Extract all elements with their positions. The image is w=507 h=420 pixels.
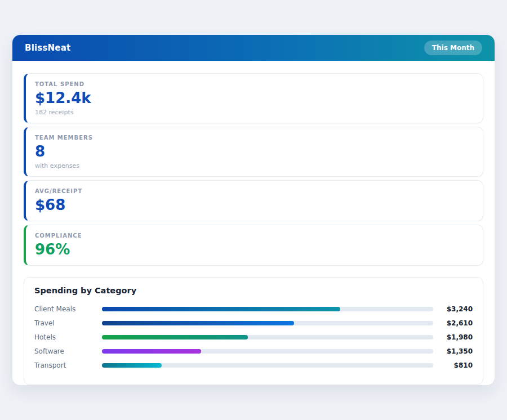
stat-sub: 182 receipts xyxy=(35,109,474,116)
category-label: Hotels xyxy=(34,333,97,341)
category-value: $810 xyxy=(438,361,473,369)
bar-fill xyxy=(102,363,162,368)
chart-row: Hotels $1,980 xyxy=(34,330,473,345)
category-value: $3,240 xyxy=(438,305,473,313)
chart-card: Spending by Category Client Meals $3,240… xyxy=(24,277,483,385)
category-value: $1,350 xyxy=(438,347,473,355)
dashboard-card: BlissNeat This Month TOTAL SPEND $12.4k … xyxy=(12,35,495,385)
category-value: $1,980 xyxy=(438,333,473,341)
stat-card: TEAM MEMBERS 8 with expenses xyxy=(24,127,483,177)
category-label: Transport xyxy=(34,361,97,369)
category-label: Software xyxy=(34,347,97,355)
stat-card: TOTAL SPEND $12.4k 182 receipts xyxy=(24,73,483,123)
chart-title: Spending by Category xyxy=(34,286,473,295)
bar-fill xyxy=(102,335,248,339)
bar-track xyxy=(102,321,433,325)
bar-track xyxy=(102,335,433,339)
stat-card: COMPLIANCE 96% xyxy=(24,225,483,266)
bar-fill xyxy=(102,307,340,311)
category-label: Client Meals xyxy=(34,305,97,313)
app-title: BlissNeat xyxy=(25,43,70,53)
stat-value: $12.4k xyxy=(35,90,474,107)
dashboard-content: TOTAL SPEND $12.4k 182 receipts TEAM MEM… xyxy=(12,61,495,396)
chart-row: Software $1,350 xyxy=(34,345,473,359)
chart-row: Transport $810 xyxy=(34,359,473,373)
dashboard-header: BlissNeat This Month xyxy=(12,35,495,61)
stat-value: 8 xyxy=(35,144,474,160)
stat-value: $68 xyxy=(35,197,474,214)
stat-sub: with expenses xyxy=(35,162,474,169)
stats-list: TOTAL SPEND $12.4k 182 receipts TEAM MEM… xyxy=(24,73,483,266)
category-value: $2,610 xyxy=(438,319,473,327)
bar-fill xyxy=(102,349,201,354)
bar-fill xyxy=(102,321,294,325)
chart-rows: Client Meals $3,240 Travel $2,610 Hotels… xyxy=(34,302,473,373)
chart-row: Client Meals $3,240 xyxy=(34,302,473,316)
stat-label: TEAM MEMBERS xyxy=(35,135,474,141)
category-label: Travel xyxy=(34,319,97,327)
period-badge[interactable]: This Month xyxy=(424,41,482,55)
stat-label: AVG/RECEIPT xyxy=(35,188,474,194)
bar-track xyxy=(102,363,433,368)
bar-track xyxy=(102,307,433,311)
stat-label: COMPLIANCE xyxy=(35,233,474,239)
stat-value: 96% xyxy=(35,242,474,258)
stat-card: AVG/RECEIPT $68 xyxy=(24,180,483,221)
stat-label: TOTAL SPEND xyxy=(35,81,474,87)
bar-track xyxy=(102,349,433,354)
chart-row: Travel $2,610 xyxy=(34,316,473,330)
